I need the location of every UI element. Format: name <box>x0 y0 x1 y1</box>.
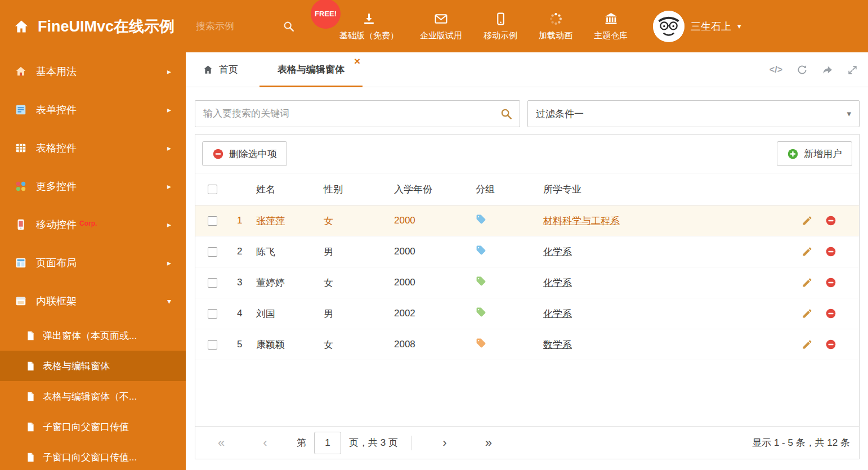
col-header-major: 所学专业 <box>543 183 802 196</box>
grid-panel: 删除选中项 新增用户 姓名 性别 入学年份 分组 所学专业 1 <box>195 134 860 459</box>
pagination-bar: « ‹ 第 页，共 3 页 › » 显示 1 - 5 条，共 12 条 <box>195 426 859 459</box>
submenu-item-child-to-parent-2[interactable]: 子窗口向父窗口传值... <box>0 442 186 470</box>
major-link[interactable]: 数学系 <box>543 339 572 350</box>
file-icon <box>26 422 35 432</box>
top-header: FineUIMvc在线示例 FREE! 基础版（免费） 企业版试用 <box>0 0 868 52</box>
home-icon <box>15 65 27 78</box>
edit-icon[interactable] <box>802 339 813 350</box>
submenu-item-child-to-parent[interactable]: 子窗口向父窗口传值 <box>0 411 186 442</box>
sidebar-item-grid-controls[interactable]: 表格控件 ▸ <box>0 129 186 167</box>
edit-icon[interactable] <box>802 215 813 226</box>
sidebar-item-mobile-controls[interactable]: 移动控件Corp. ▸ <box>0 205 186 244</box>
row-checkbox[interactable] <box>208 216 217 226</box>
student-name-link[interactable]: 张萍萍 <box>256 216 285 226</box>
arrow-right-icon: ▸ <box>167 105 171 114</box>
col-header-group: 分组 <box>476 183 543 196</box>
add-user-button[interactable]: 新增用户 <box>777 141 852 166</box>
refresh-icon[interactable] <box>797 64 808 75</box>
submenu-item-popup-window[interactable]: 弹出窗体（本页面或... <box>0 320 186 351</box>
first-page-button[interactable]: « <box>204 436 238 450</box>
table-row[interactable]: 5 康颖颖 女 2008 数学系 <box>195 329 859 360</box>
student-gender: 女 <box>324 338 394 351</box>
next-page-button[interactable]: › <box>428 436 462 450</box>
submenu-item-grid-edit-window[interactable]: 表格与编辑窗体 <box>0 351 186 381</box>
major-link[interactable]: 材料科学与工程系 <box>543 216 620 226</box>
tab-grid-edit-window[interactable]: 表格与编辑窗体 × <box>259 52 363 87</box>
delete-icon[interactable] <box>825 308 836 319</box>
col-header-name: 姓名 <box>256 183 324 196</box>
student-year: 2008 <box>394 339 476 350</box>
sidebar-item-page-layout[interactable]: 页面布局 ▸ <box>0 244 186 282</box>
table-header: 姓名 性别 入学年份 分组 所学专业 <box>195 173 859 205</box>
source-code-icon[interactable]: </> <box>769 65 782 75</box>
nav-loading-animation[interactable]: 加载动画 <box>528 0 583 52</box>
nav-theme-repo[interactable]: 主题仓库 <box>583 0 638 52</box>
filter-dropdown[interactable]: 过滤条件一 ▾ <box>527 100 860 127</box>
edit-icon[interactable] <box>802 277 813 288</box>
student-name: 董婷婷 <box>256 276 324 289</box>
header-search <box>196 20 295 33</box>
tab-home[interactable]: 首页 <box>203 52 238 87</box>
delete-icon[interactable] <box>825 277 836 288</box>
tab-toolbar: </> <box>769 52 858 87</box>
header-search-input[interactable] <box>196 21 279 32</box>
row-checkbox[interactable] <box>208 247 217 257</box>
sidebar-item-label: 内联框架 <box>36 294 158 308</box>
row-checkbox[interactable] <box>208 278 217 288</box>
delete-selected-button[interactable]: 删除选中项 <box>202 141 287 166</box>
sidebar-item-form-controls[interactable]: 表单控件 ▸ <box>0 91 186 129</box>
user-menu[interactable]: 三生石上 ▾ <box>653 11 750 42</box>
edit-icon[interactable] <box>802 308 813 319</box>
search-icon[interactable] <box>283 20 295 33</box>
close-icon[interactable]: × <box>354 56 360 66</box>
row-index: 3 <box>229 277 256 288</box>
select-all-checkbox[interactable] <box>208 185 217 194</box>
major-link[interactable]: 化学系 <box>543 247 572 257</box>
delete-icon[interactable] <box>825 215 836 226</box>
student-year: 2000 <box>394 277 476 288</box>
sidebar-item-label: 移动控件Corp. <box>36 218 158 231</box>
submenu-item-label: 子窗口向父窗口传值... <box>43 451 137 464</box>
row-checkbox[interactable] <box>208 309 217 319</box>
table-row[interactable]: 4 刘国 男 2002 化学系 <box>195 298 859 329</box>
submenu-item-label: 表格与编辑窗体 <box>43 360 110 373</box>
last-page-button[interactable]: » <box>472 436 505 450</box>
submenu-item-label: 表格与编辑窗体（不... <box>43 390 137 403</box>
username: 三生石上 <box>691 20 731 33</box>
table-row[interactable]: 3 董婷婷 女 2000 化学系 <box>195 267 859 298</box>
arrow-right-icon: ▸ <box>167 67 171 76</box>
nav-mobile-demo[interactable]: 移动示例 <box>473 0 528 52</box>
nav-enterprise-trial[interactable]: 企业版试用 <box>409 0 473 52</box>
row-checkbox[interactable] <box>208 340 217 350</box>
keyword-input[interactable] <box>195 101 520 127</box>
fullscreen-icon[interactable] <box>847 65 858 75</box>
frame-icon <box>15 295 27 307</box>
prev-page-button[interactable]: ‹ <box>248 436 282 450</box>
sidebar-submenu: 弹出窗体（本页面或... 表格与编辑窗体 表格与编辑窗体（不... 子窗口向父窗… <box>0 320 186 470</box>
main-content: 首页 表格与编辑窗体 × </> 过滤条件一 ▾ <box>186 52 868 470</box>
nav-basic-free[interactable]: FREE! 基础版（免费） <box>329 0 409 52</box>
table-icon <box>15 142 27 154</box>
nav-label: 加载动画 <box>539 30 572 41</box>
sidebar-item-iframe[interactable]: 内联框架 ▾ <box>0 282 186 320</box>
sidebar-item-more-controls[interactable]: 更多控件 ▸ <box>0 167 186 205</box>
submenu-item-grid-edit-window-2[interactable]: 表格与编辑窗体（不... <box>0 381 186 411</box>
sidebar-item-basic-usage[interactable]: 基本用法 ▸ <box>0 52 186 91</box>
brand[interactable]: FineUIMvc在线示例 <box>0 16 175 37</box>
student-gender: 男 <box>324 245 394 258</box>
table-row[interactable]: 2 陈飞 男 2000 化学系 <box>195 236 859 267</box>
tag-icon <box>476 307 486 317</box>
delete-icon[interactable] <box>825 246 836 257</box>
page-number-input[interactable] <box>314 432 341 454</box>
major-link[interactable]: 化学系 <box>543 308 572 319</box>
row-index: 2 <box>229 246 256 257</box>
edit-icon[interactable] <box>802 246 813 257</box>
search-icon[interactable] <box>500 108 513 120</box>
sidebar-item-label: 基本用法 <box>36 65 158 78</box>
major-link[interactable]: 化学系 <box>543 277 572 288</box>
delete-icon[interactable] <box>825 339 836 350</box>
share-icon[interactable] <box>822 64 833 75</box>
shapes-icon <box>15 180 27 193</box>
table-row[interactable]: 1 张萍萍 女 2000 材料科学与工程系 <box>195 205 859 236</box>
layout-icon <box>15 257 27 269</box>
